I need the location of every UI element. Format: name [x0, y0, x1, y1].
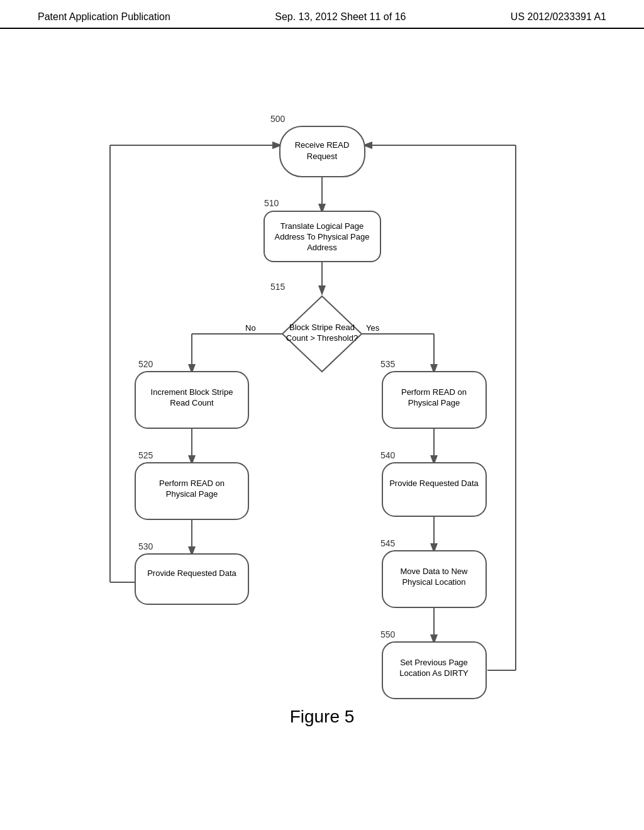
- n530-line1: Provide Requested Data: [147, 568, 236, 578]
- n550-line2: Location As DIRTY: [399, 668, 469, 678]
- n500-line1: Receive READ: [295, 140, 350, 150]
- n520-line2: Read Count: [170, 398, 214, 407]
- n540-label-text: 540: [380, 450, 396, 460]
- n545-line1: Move Data to New: [401, 567, 469, 576]
- n535-line2: Physical Page: [408, 398, 460, 407]
- n515-line1: Block Stripe Read: [289, 323, 355, 332]
- n510-line3: Address: [307, 243, 337, 252]
- n535-line1: Perform READ on: [401, 387, 467, 397]
- header-center: Sep. 13, 2012 Sheet 11 of 16: [275, 11, 406, 23]
- n525-label-text: 525: [138, 450, 153, 460]
- header-right: US 2012/0233391 A1: [511, 11, 606, 23]
- n525-line2: Physical Page: [166, 489, 218, 499]
- n550-label-text: 550: [380, 629, 396, 639]
- n515-no-label: No: [245, 323, 256, 333]
- n525-line1: Perform READ on: [159, 479, 225, 488]
- flowchart-svg: 500 Receive READ Request 510 Translate L…: [0, 29, 644, 752]
- n545-label-text: 545: [380, 538, 396, 548]
- n545-line2: Physical Location: [402, 577, 465, 587]
- figure-caption: Figure 5: [0, 707, 644, 727]
- n520-label-text: 520: [138, 359, 153, 369]
- header-left: Patent Application Publication: [38, 11, 170, 23]
- svg-rect-24: [382, 463, 486, 516]
- n510-line1: Translate Logical Page: [280, 221, 364, 231]
- n535-label-text: 535: [380, 359, 396, 369]
- n515-yes-label: Yes: [366, 323, 380, 333]
- n520-line1: Increment Block Stripe: [151, 387, 233, 397]
- n500-label-text: 500: [270, 114, 286, 124]
- n530-label-text: 530: [138, 541, 153, 551]
- n500-line2: Request: [307, 152, 338, 161]
- n540-line1: Provide Requested Data: [389, 479, 479, 488]
- svg-rect-22: [135, 554, 248, 604]
- n510-label-text: 510: [264, 198, 279, 208]
- n550-line1: Set Previous Page: [400, 658, 468, 667]
- page-header: Patent Application Publication Sep. 13, …: [0, 0, 644, 29]
- diagram-area: 500 Receive READ Request 510 Translate L…: [0, 29, 644, 752]
- n515-label-text: 515: [270, 282, 286, 292]
- n515-line2: Count > Threshold?: [286, 333, 358, 343]
- n510-line2: Address To Physical Page: [275, 232, 370, 241]
